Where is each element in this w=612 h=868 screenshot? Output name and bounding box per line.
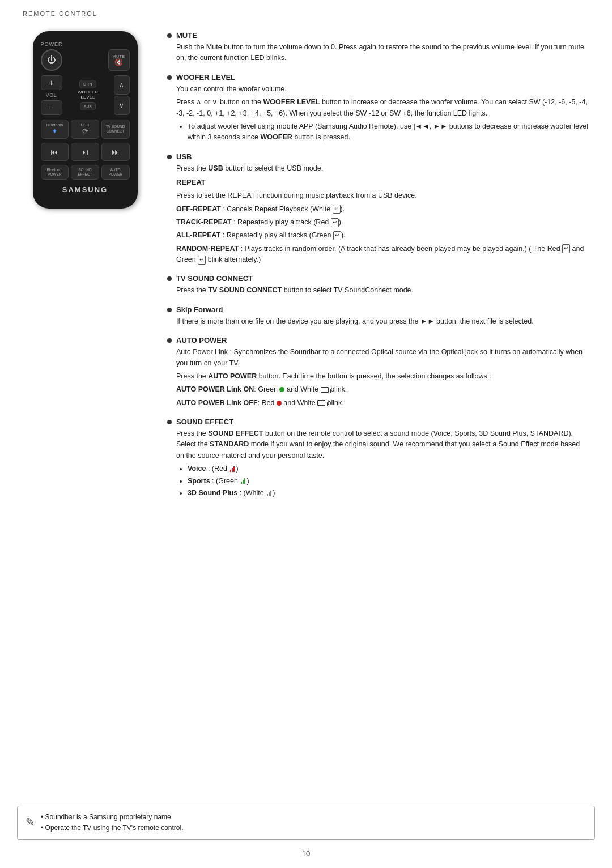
content-area: MUTE Push the Mute button to turn the vo…: [167, 31, 589, 508]
mute-button[interactable]: MUTE 🔇: [108, 49, 130, 71]
vol-label: VOL: [41, 92, 62, 98]
skip-dot: [167, 308, 172, 312]
off-repeat: OFF-REPEAT : Cancels Repeat Playback (Wh…: [176, 204, 589, 215]
header: REMOTE CONTROL: [23, 10, 97, 17]
voice-mode: Voice : (Red ): [188, 463, 589, 474]
mute-title: MUTE: [176, 31, 589, 40]
woofer-down-button[interactable]: ∨: [114, 96, 130, 115]
woofer-intro: You can control the woofer volume.: [176, 84, 589, 95]
footer-text: • Soundbar is a Samsung proprietary name…: [41, 812, 184, 833]
auto-power-label2: POWER: [108, 172, 122, 177]
auto-power-intro: Auto Power Link : Synchronizes the Sound…: [176, 347, 589, 369]
tv-sound-title: TV SOUND CONNECT: [176, 274, 413, 283]
tv-icon-on: [321, 387, 329, 393]
green-circle-on: [279, 387, 284, 392]
mute-text: Push the Mute button to turn the volume …: [176, 42, 589, 64]
auto-power-dot: [167, 338, 172, 343]
auto-power-button[interactable]: AUTO POWER: [101, 165, 130, 180]
vol-woofer-section: + VOL − D.IN WOOFERLEVEL AUX ∧ ∨: [41, 75, 130, 115]
header-title: REMOTE CONTROL: [23, 10, 97, 17]
track-repeat: TRACK-REPEAT : Repeatedly play a track (…: [176, 217, 589, 228]
sound-effect-button[interactable]: SOUND EFFECT: [71, 165, 99, 180]
usb-title: USB: [176, 152, 589, 161]
woofer-dot: [167, 75, 172, 80]
skip-forward-section: Skip Forward If there is more than one f…: [167, 305, 589, 329]
all-repeat: ALL-REPEAT : Repeatedly play all tracks …: [176, 230, 589, 241]
samsung-logo: SAMSUNG: [41, 185, 130, 194]
remote-control: POWER ⏻ MUTE 🔇 + VOL − D.IN WOOFERLEVEL …: [33, 31, 138, 209]
din-button[interactable]: D.IN: [79, 80, 96, 88]
tv-sound-body: Press the TV SOUND CONNECT button to sel…: [176, 285, 413, 296]
auto-power-section: AUTO POWER Auto Power Link : Synchronize…: [167, 336, 589, 411]
remote-control-area: POWER ⏻ MUTE 🔇 + VOL − D.IN WOOFERLEVEL …: [17, 31, 153, 209]
usb-dot: [167, 155, 172, 159]
sound-modes-list: Voice : (Red ) Sports : (Green: [188, 463, 589, 499]
bluetooth-icon: ✦: [52, 127, 58, 135]
sound-effect-dot: [167, 420, 172, 424]
sports-mode: Sports : (Green ): [188, 476, 589, 487]
tv-sound-button[interactable]: TV SOUNDCONNECT: [101, 120, 130, 139]
samsung-text: SAMSUNG: [62, 185, 108, 194]
sports-bars: [241, 478, 245, 484]
woofer-title: WOOFER LEVEL: [176, 73, 589, 82]
bt-power-button[interactable]: Bluetooth POWER: [41, 165, 69, 180]
bluetooth-button[interactable]: Bluetooth ✦: [41, 120, 69, 139]
mute-section: MUTE Push the Mute button to turn the vo…: [167, 31, 589, 66]
auto-power-label1: AUTO: [110, 168, 121, 172]
tv-sound-label: TV SOUNDCONNECT: [106, 125, 125, 134]
page-number: 10: [302, 849, 310, 858]
power-button[interactable]: ⏻: [41, 49, 62, 71]
sound-effect-label2: EFFECT: [78, 172, 92, 177]
skip-body: If there is more than one file on the de…: [176, 316, 534, 327]
usb-label: USB: [81, 123, 89, 127]
sound-plus-bars: [267, 491, 271, 496]
tv-sound-text: Press the TV SOUND CONNECT button to sel…: [176, 285, 413, 296]
mute-dot: [167, 33, 172, 38]
woofer-bullet-list: To adjust woofer level using mobile APP …: [188, 121, 589, 143]
bt-power-label2: POWER: [48, 172, 62, 177]
woofer-body: You can control the woofer volume. Press…: [176, 84, 589, 143]
usb-section: USB Press the USB button to select the U…: [167, 152, 589, 268]
vol-minus-button[interactable]: −: [41, 100, 62, 115]
bottom-row: Bluetooth POWER SOUND EFFECT AUTO POWER: [41, 165, 130, 180]
repeat-title: REPEAT: [176, 177, 589, 188]
func-row: Bluetooth ✦ USB ⟳ TV SOUNDCONNECT: [41, 120, 130, 139]
woofer-arrows: ∧ ∨: [114, 75, 130, 115]
sound-effect-text: Press the SOUND EFFECT button on the rem…: [176, 428, 589, 461]
footer-note-2: • Operate the TV using the TV's remote c…: [41, 823, 184, 833]
red-circle-off: [277, 401, 282, 406]
top-row: ⏻ MUTE 🔇: [41, 49, 130, 71]
vol-controls: + VOL −: [41, 75, 62, 115]
aux-button[interactable]: AUX: [80, 102, 96, 110]
auto-power-title: AUTO POWER: [176, 336, 589, 344]
play-pause-button[interactable]: ⏯: [71, 143, 99, 161]
footer-note: ✎ • Soundbar is a Samsung proprietary na…: [17, 806, 595, 840]
fast-forward-button[interactable]: ⏭: [101, 143, 130, 161]
auto-power-off: AUTO POWER Link OFF: Red and White blink…: [176, 398, 589, 409]
voice-bars: [230, 466, 235, 472]
rewind-button[interactable]: ⏮: [41, 143, 69, 161]
woofer-up-button[interactable]: ∧: [114, 75, 130, 95]
power-label: POWER: [41, 41, 130, 47]
auto-power-body: Auto Power Link : Synchronizes the Sound…: [176, 347, 589, 409]
tv-sound-dot: [167, 276, 172, 281]
usb-button[interactable]: USB ⟳: [71, 120, 99, 139]
bluetooth-top-label: Bluetooth: [46, 123, 63, 127]
skip-title: Skip Forward: [176, 305, 534, 314]
sound-effect-section: SOUND EFFECT Press the SOUND EFFECT butt…: [167, 418, 589, 501]
mute-body: Push the Mute button to turn the volume …: [176, 42, 589, 64]
middle-controls: D.IN WOOFERLEVEL AUX: [78, 75, 98, 115]
tv-sound-section: TV SOUND CONNECT Press the TV SOUND CONN…: [167, 274, 589, 298]
usb-body: Press the USB button to select the USB m…: [176, 163, 589, 266]
woofer-text1: Press ∧ or ∨ button on the WOOFER LEVEL …: [176, 97, 589, 119]
footer-note-1: • Soundbar is a Samsung proprietary name…: [41, 812, 184, 823]
mute-icon: 🔇: [114, 58, 123, 66]
usb-icon: ⟳: [82, 127, 88, 135]
vol-plus-button[interactable]: +: [41, 75, 62, 90]
playback-row: ⏮ ⏯ ⏭: [41, 143, 130, 161]
usb-text: Press the USB button to select the USB m…: [176, 163, 589, 174]
sound-effect-label1: SOUND: [78, 168, 91, 172]
auto-power-on: AUTO POWER Link ON: Green and White blin…: [176, 384, 589, 395]
repeat-text: Press to set the REPEAT function during …: [176, 190, 589, 201]
woofer-section: WOOFER LEVEL You can control the woofer …: [167, 73, 589, 146]
